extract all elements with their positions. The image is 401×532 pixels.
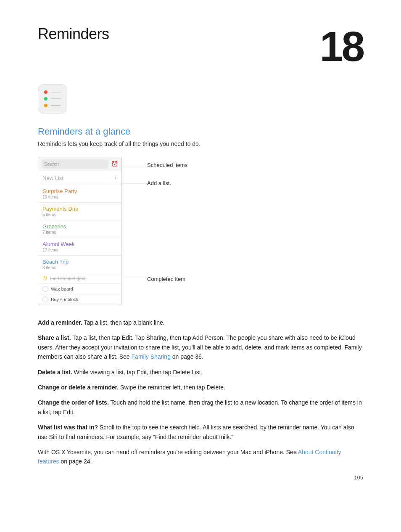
bold-delete-list: Delete a list. [38, 369, 72, 376]
callout-label-add-list: Add a list. [147, 180, 171, 186]
text-osx-1: With OS X Yosemite, you can hand off rem… [38, 449, 298, 455]
ui-illustration: Search ⏰ New List + Surprise Party 10 it… [38, 157, 363, 305]
app-icon-row-3 [44, 104, 61, 107]
text-share-list-suffix: on page 36. [172, 353, 203, 360]
app-icon [38, 84, 67, 114]
completed-icon: ⏱ [42, 275, 47, 281]
scheduled-icon: ⏰ [111, 161, 118, 167]
new-list-row: New List + [38, 171, 121, 185]
app-icon-row-2 [44, 97, 61, 101]
list-item-beach-trip: Beach Trip 8 items [38, 256, 121, 273]
list-item-name-surprise: Surprise Party [42, 188, 117, 194]
list-item-count-beach: 8 items [42, 265, 117, 270]
list-item-alumni-week: Alumni Week 17 items [38, 238, 121, 256]
search-field: Search [42, 159, 108, 169]
callouts-area: Scheduled items Add a list. Completed it… [122, 157, 187, 290]
phone-ui: Search ⏰ New List + Surprise Party 10 it… [38, 157, 122, 305]
list-item-name-payments: Payments Due [42, 206, 117, 212]
bold-what-list: What list was that in? [38, 424, 98, 431]
add-list-plus: + [114, 175, 117, 181]
dot-line-1 [51, 92, 61, 93]
callout-label-scheduled: Scheduled items [147, 162, 187, 168]
list-item-count-payments: 5 items [42, 212, 117, 217]
callout-dash-scheduled [122, 165, 147, 165]
search-placeholder: Search [44, 161, 59, 167]
link-family-sharing[interactable]: Family Sharing [132, 353, 171, 360]
body-share-list: Share a list. Tap a list, then tap Edit.… [38, 333, 363, 361]
uncompleted-row-1: Wax board [38, 284, 121, 294]
callout-label-completed: Completed item [147, 276, 185, 282]
text-change-delete: Swipe the reminder left, then tap Delete… [120, 384, 225, 391]
chapter-number: 18 [320, 25, 363, 67]
body-change-order: Change the order of lists. Touch and hol… [38, 398, 363, 417]
list-item-payments-due: Payments Due 5 items [38, 203, 121, 220]
callout-scheduled: Scheduled items [122, 162, 187, 168]
body-what-list: What list was that in? Scroll to the top… [38, 423, 363, 442]
dot-red [44, 90, 47, 94]
body-add-reminder: Add a reminder. Tap a list, then tap a b… [38, 318, 363, 327]
callout-completed: Completed item [122, 276, 187, 282]
completed-item-row: ⏱ Find snorkel gear [38, 273, 121, 284]
uncompleted-text-1: Wax board [51, 286, 73, 291]
bold-add-reminder: Add a reminder. [38, 319, 82, 326]
text-delete-list: While viewing a list, tap Edit, then tap… [74, 369, 203, 376]
uncompleted-text-2: Buy sunblock [51, 297, 78, 302]
list-item-name-beach: Beach Trip [42, 259, 117, 265]
page-number: 105 [354, 474, 363, 481]
search-bar-row: Search ⏰ [38, 157, 121, 171]
callout-add-list: Add a list. [122, 180, 187, 186]
section-heading: Reminders at a glance [38, 126, 363, 137]
app-icon-row-1 [44, 90, 61, 94]
app-icon-container [38, 84, 363, 114]
list-item-groceries: Groceries 7 items [38, 220, 121, 238]
body-osx: With OS X Yosemite, you can hand off rem… [38, 447, 363, 466]
chapter-title: Reminders [38, 25, 109, 43]
list-item-count-groceries: 7 items [42, 230, 117, 235]
section-intro: Reminders lets you keep track of all the… [38, 140, 363, 148]
list-item-name-groceries: Groceries [42, 223, 117, 230]
chapter-header: Reminders 18 [38, 25, 363, 67]
bold-share-list: Share a list. [38, 334, 71, 341]
text-osx-2: on page 24. [61, 458, 92, 465]
text-add-reminder: Tap a list, then tap a blank line. [84, 319, 164, 326]
new-list-label: New List [42, 175, 63, 181]
dot-yellow [44, 104, 47, 107]
bold-change-delete: Change or delete a reminder. [38, 384, 119, 391]
body-delete-list: Delete a list. While viewing a list, tap… [38, 368, 363, 377]
dot-line-2 [51, 98, 61, 99]
completed-item-text: Find snorkel gear [50, 276, 86, 281]
list-item-surprise-party: Surprise Party 10 items [38, 185, 121, 203]
list-item-name-alumni: Alumni Week [42, 241, 117, 247]
uncompleted-row-2: Buy sunblock [38, 294, 121, 305]
circle-icon-2 [42, 296, 48, 302]
dot-green [44, 97, 47, 101]
callout-dash-add-list [122, 183, 147, 183]
callout-dash-completed [122, 279, 147, 279]
circle-icon-1 [42, 286, 48, 292]
bold-change-order: Change the order of lists. [38, 399, 109, 406]
body-change-delete-reminder: Change or delete a reminder. Swipe the r… [38, 383, 363, 392]
dot-line-3 [51, 105, 61, 106]
list-item-count-alumni: 17 items [42, 248, 117, 252]
list-item-count-surprise: 10 items [42, 195, 117, 199]
